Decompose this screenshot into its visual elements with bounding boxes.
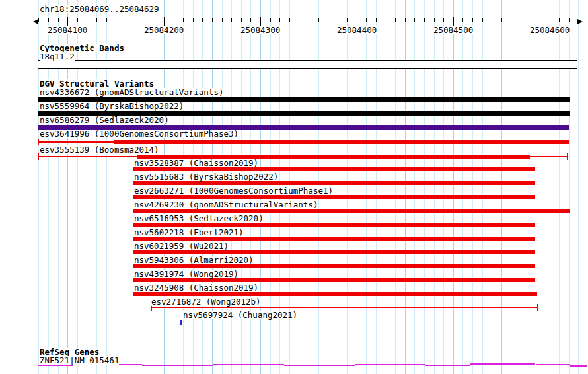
variant-endpoint-bracket — [38, 139, 39, 145]
variant-label[interactable]: nsv3245908 (Chaisson2019) — [134, 283, 258, 292]
variant-label[interactable]: esv2716872 (Wong2012b) — [151, 297, 261, 306]
cytoband-rect[interactable] — [38, 60, 577, 69]
gridline — [492, 0, 492, 374]
gridline — [482, 0, 483, 374]
gridline — [96, 0, 97, 374]
gridline — [559, 0, 560, 374]
ruler-minor-tick — [347, 18, 348, 22]
ruler-minor-tick — [443, 18, 444, 22]
ruler-minor-tick — [116, 18, 116, 22]
ruler-minor-tick — [328, 18, 328, 22]
gene-intron-line[interactable] — [213, 364, 284, 365]
gridline — [395, 0, 396, 374]
variant-label[interactable]: nsv5515683 (ByrskaBishop2022) — [134, 172, 278, 181]
ruler-minor-tick — [386, 18, 386, 22]
ruler-minor-tick — [241, 18, 242, 22]
ruler-minor-tick — [531, 18, 531, 22]
variant-thin-line[interactable] — [38, 141, 114, 143]
gene-intron-line[interactable] — [284, 365, 355, 366]
gene-intron-line[interactable] — [142, 365, 213, 366]
variant-label[interactable]: nsv4391974 (Wong2019) — [134, 270, 239, 278]
gridline — [462, 0, 463, 374]
variant-label[interactable]: esv3641996 (1000GenomesConsortiumPhase3) — [40, 130, 239, 138]
ruler-minor-tick — [145, 18, 145, 22]
gene-intron-line[interactable] — [425, 365, 470, 366]
variant-label[interactable]: nsv6516953 (Sedlazeck2020) — [134, 214, 264, 223]
variant-thin-line[interactable] — [530, 156, 567, 157]
ruler-tick-label: 25084500 — [433, 26, 473, 34]
ruler-minor-tick — [559, 18, 560, 22]
variant-bar[interactable] — [180, 320, 182, 325]
ruler-minor-tick — [569, 18, 570, 22]
variant-label[interactable]: esv2663271 (1000GenomesConsortiumPhase1) — [134, 186, 333, 195]
ruler-tick-label: 25084200 — [144, 26, 184, 34]
ruler-minor-tick — [424, 18, 425, 22]
variant-label[interactable]: nsv3528387 (Chaisson2019) — [134, 159, 258, 167]
variant-label[interactable]: nsv5697924 (Chuang2021) — [183, 311, 297, 319]
ruler-tick-label: 25084600 — [530, 26, 570, 34]
ruler-minor-tick — [501, 18, 502, 22]
ruler-arrow-left-icon — [33, 19, 38, 24]
gene-intron-line[interactable] — [355, 364, 425, 365]
gridline — [376, 0, 377, 374]
gridline — [106, 0, 107, 374]
variant-label[interactable]: nsv5943306 (Almarri2020) — [134, 256, 254, 264]
gridline — [357, 0, 357, 374]
gridline — [116, 0, 116, 374]
gridline — [501, 0, 502, 374]
ruler-minor-tick — [212, 18, 213, 22]
ruler-minor-tick — [366, 18, 367, 22]
variant-label[interactable]: nsv5559964 (ByrskaBishop2022) — [40, 102, 184, 110]
ruler-minor-tick — [87, 18, 87, 22]
variant-label[interactable]: nsv4336672 (gnomADStructuralVariants) — [40, 88, 223, 96]
genome-browser-panel: chr18:25084069..25084629 250841002508420… — [0, 0, 588, 374]
variant-label[interactable]: nsv6586279 (Sedlazeck2020) — [40, 116, 169, 124]
gridline — [77, 0, 78, 374]
gridline — [434, 0, 435, 374]
gridline — [366, 0, 367, 374]
ruler-minor-tick — [202, 18, 203, 22]
ruler-tick-label: 25084400 — [337, 26, 377, 34]
ruler-minor-tick — [58, 18, 59, 22]
ruler-minor-tick — [472, 18, 473, 22]
ruler-minor-tick — [540, 18, 540, 22]
ruler-minor-tick — [38, 18, 39, 22]
variant-label[interactable]: nsv5602218 (Ebert2021) — [134, 228, 244, 237]
ruler-minor-tick — [338, 18, 338, 22]
gridline — [578, 0, 579, 374]
gene-intron-line[interactable] — [470, 363, 535, 365]
ruler-minor-tick — [395, 18, 396, 22]
gridline — [424, 0, 425, 374]
variant-label[interactable]: esv3555139 (Boomsma2014) — [40, 145, 159, 154]
ruler-minor-tick — [155, 18, 155, 22]
ruler-minor-tick — [318, 18, 319, 22]
gene-intron-line[interactable] — [570, 365, 587, 367]
variant-endpoint-bracket — [38, 153, 39, 160]
ruler-minor-tick — [511, 18, 511, 22]
gene-label[interactable]: ZNF521|NM_015461 — [40, 356, 119, 365]
gridline — [386, 0, 386, 374]
region-position-label: chr18:25084069..25084629 — [40, 5, 159, 13]
ruler-minor-tick — [126, 18, 126, 22]
ruler-arrow-right-icon — [577, 19, 583, 24]
cytoband-label: 18q11.2 — [40, 52, 75, 61]
variant-thin-line[interactable] — [38, 156, 137, 157]
ruler-tick-label: 25084100 — [48, 26, 87, 34]
gridline — [550, 0, 550, 374]
ruler-minor-tick — [434, 18, 435, 22]
variant-thin-line[interactable] — [151, 307, 537, 308]
variant-bar[interactable] — [114, 140, 569, 144]
variant-label[interactable]: nsv6021959 (Wu2021) — [134, 242, 229, 250]
ruler-minor-tick — [270, 18, 271, 22]
ruler-minor-tick — [77, 18, 78, 22]
ruler-minor-tick — [289, 18, 290, 22]
gridline — [531, 0, 531, 374]
ruler-minor-tick — [376, 18, 377, 22]
ruler-minor-tick — [482, 18, 483, 22]
gene-intron-line[interactable] — [536, 364, 570, 365]
ruler-minor-tick — [414, 18, 415, 22]
variant-label[interactable]: nsv4269230 (gnomADStructuralVariants) — [134, 200, 318, 209]
ruler-minor-tick — [521, 18, 521, 22]
ruler-minor-tick — [462, 18, 463, 22]
gridline — [38, 0, 39, 374]
